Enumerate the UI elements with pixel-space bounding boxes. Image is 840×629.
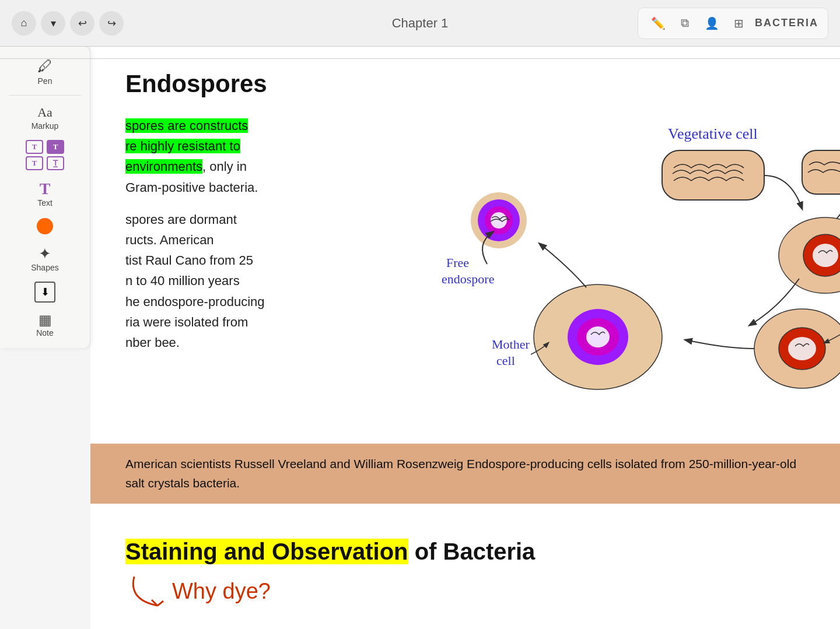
copy-tool-button[interactable]: ⧉ (674, 13, 695, 34)
text-style-btn-4[interactable]: T̲ (47, 156, 64, 170)
sidebar-divider-1 (9, 95, 80, 96)
shapes-label: Shapes (31, 263, 58, 272)
pen-tool-button[interactable]: ✏️ (648, 13, 668, 34)
text-label: Text (37, 198, 52, 208)
pen-label: Pen (38, 76, 52, 86)
grid-tool-icon: ⊞ (734, 16, 744, 30)
free-endospore-label2: endospore (442, 272, 494, 286)
veg-cell-rect (662, 150, 764, 200)
sidebar-item-shapes[interactable]: ✦ Shapes (0, 240, 90, 277)
staining-title-rest: of Bacteria (408, 539, 536, 564)
shapes-icon: ✦ (38, 245, 51, 263)
insert-image-icon: ⬇ (41, 286, 50, 298)
color-circle[interactable] (37, 218, 53, 234)
curved-arrow-svg (125, 571, 172, 612)
text-gram: Gram-positive bacteria. (125, 180, 258, 195)
toolbar-right-group: ✏️ ⧉ 👤 ⊞ BACTERIA (638, 8, 828, 39)
undo-icon: ↩ (78, 17, 87, 30)
pen-tool-icon: ✏️ (651, 16, 666, 30)
mature-center (788, 337, 816, 360)
grid-tool-button[interactable]: ⊞ (728, 13, 749, 34)
text-dormant-2: ructs. American (125, 233, 214, 247)
veg-cell-arrow (764, 175, 802, 209)
sidebar-item-note[interactable]: ▦ Note (0, 307, 90, 342)
developing-center (813, 244, 838, 267)
dropdown-button[interactable]: ▾ (41, 11, 65, 36)
staining-section: Staining and Observation of Bacteria Why… (90, 539, 840, 612)
dropdown-icon: ▾ (51, 17, 56, 30)
left-sidebar: 🖊 Pen Aa Markup T T T T̲ T Text ✦ Shapes… (0, 47, 90, 348)
why-dye-row: Why dye? (125, 571, 805, 612)
text-tool-group: T T T T̲ (0, 138, 90, 173)
home-icon: ⌂ (21, 17, 27, 29)
mother-cell-label: Mother (492, 337, 530, 352)
endospore-diagram: Vegetative cell Free endospore (440, 115, 840, 419)
sidebar-item-text[interactable]: T Text (0, 175, 90, 212)
note-icon: ▦ (38, 312, 52, 328)
highlight-3: environments (125, 159, 202, 174)
text-dormant-5: he endospore-producing (125, 294, 265, 309)
text-dormant-3: tist Raul Cano from 25 (125, 253, 253, 268)
insert-image-btn[interactable]: ⬇ (34, 282, 55, 303)
vegetative-cell-label: Vegetative cell (668, 125, 758, 142)
copy-tool-icon: ⧉ (681, 16, 689, 30)
mother-spore-center (586, 326, 610, 347)
toolbar-divider (0, 58, 840, 59)
text-block-1: spores are constructs re highly resistan… (125, 115, 417, 353)
undo-button[interactable]: ↩ (70, 11, 94, 36)
content-row: spores are constructs re highly resistan… (125, 115, 805, 419)
text-style-btn-2[interactable]: T (47, 140, 64, 154)
highlighted-text: American scientists Russell Vreeland and… (125, 454, 805, 493)
redo-icon: ↪ (107, 17, 116, 30)
person-tool-icon: 👤 (705, 16, 719, 30)
text-dormant-7: nber bee. (125, 335, 180, 350)
toolbar-left-buttons: ⌂ ▾ ↩ ↪ (12, 11, 124, 36)
text-style-btn-1[interactable]: T (26, 140, 43, 154)
text-dormant-4: n to 40 million years (125, 273, 240, 288)
markup-icon: Aa (37, 105, 52, 120)
text-dormant-1: spores are dormant (125, 212, 237, 227)
why-dye-text: Why dye? (172, 579, 271, 604)
staining-title: Staining and Observation of Bacteria (125, 539, 805, 565)
top-toolbar: ⌂ ▾ ↩ ↪ Chapter 1 ✏️ ⧉ 👤 ⊞ BACTERIA (0, 0, 840, 47)
note-label: Note (36, 328, 54, 338)
text-column: spores are constructs re highly resistan… (125, 115, 417, 364)
highlight-1: spores are constructs (125, 118, 248, 133)
staining-title-highlighted: Staining and Observation (125, 539, 408, 564)
home-button[interactable]: ⌂ (12, 11, 36, 36)
markup-label: Markup (32, 121, 59, 131)
text-icon: T (40, 180, 51, 198)
text-style-btn-3[interactable]: T (26, 156, 43, 170)
person-tool-button[interactable]: 👤 (701, 13, 722, 34)
sidebar-item-markup[interactable]: Aa Markup (0, 100, 90, 135)
pen-icon: 🖊 (37, 57, 52, 75)
page-title: Endospores (125, 70, 805, 98)
highlighted-text-block: American scientists Russell Vreeland and… (90, 444, 840, 504)
free-endospore-label: Free (446, 255, 469, 270)
redo-button[interactable]: ↪ (99, 11, 124, 36)
text-after-highlight: , only in (202, 159, 247, 174)
mother-cell-label2: cell (496, 353, 515, 368)
highlight-2: re highly resistant to (125, 139, 240, 153)
text-dormant-6: ria were isolated from (125, 315, 248, 329)
diagram-area: Vegetative cell Free endospore (440, 115, 840, 419)
mature-to-mother-arrow (685, 340, 754, 349)
bacteria-label: BACTERIA (755, 17, 818, 29)
chapter-label: Chapter 1 (392, 16, 449, 31)
mother-to-free-arrow (540, 244, 586, 287)
